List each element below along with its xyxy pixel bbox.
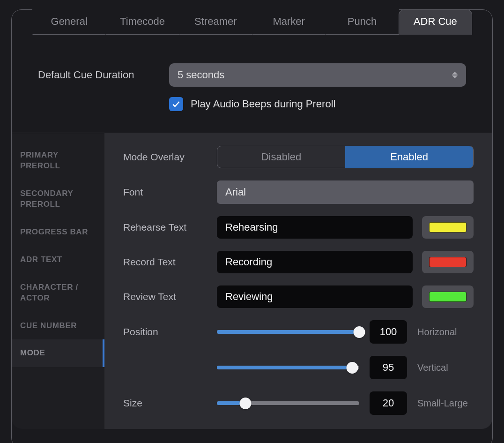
position-vertical-axis-label: Vertical xyxy=(417,362,474,373)
rehearse-color-swatch[interactable] xyxy=(422,216,474,239)
size-label: Size xyxy=(123,398,217,409)
default-cue-duration-value: 5 seconds xyxy=(178,69,224,81)
size-axis-label: Small-Large xyxy=(417,398,474,409)
sidebar-item-mode[interactable]: MODE xyxy=(12,339,104,367)
rehearse-text-input[interactable] xyxy=(217,216,413,239)
position-vertical-value[interactable]: 95 xyxy=(370,356,407,379)
mode-overlay-disabled-button[interactable]: Disabled xyxy=(217,146,345,168)
default-cue-duration-label: Default Cue Duration xyxy=(38,69,169,81)
sidebar-item-character-actor[interactable]: CHARACTER / ACTOR xyxy=(12,274,104,312)
mode-overlay-segmented: Disabled Enabled xyxy=(217,146,474,168)
font-value: Arial xyxy=(225,186,246,198)
play-beeps-label: Play Audio Beeps during Preroll xyxy=(191,98,335,110)
record-text-label: Record Text xyxy=(123,256,217,268)
record-text-input[interactable] xyxy=(217,251,413,273)
mode-overlay-label: Mode Overlay xyxy=(123,151,217,163)
review-text-label: Review Text xyxy=(123,291,217,302)
tab-streamer[interactable]: Streamer xyxy=(179,9,252,35)
mode-overlay-enabled-button[interactable]: Enabled xyxy=(345,146,473,168)
play-beeps-checkbox[interactable] xyxy=(169,97,183,111)
position-horizontal-value[interactable]: 100 xyxy=(370,320,407,344)
position-label: Position xyxy=(123,326,217,338)
review-color xyxy=(429,292,467,302)
tab-strip: General Timecode Streamer Marker Punch A… xyxy=(32,9,472,35)
sidebar-item-progress-bar[interactable]: PROGRESS BAR xyxy=(12,218,104,246)
sidebar-item-secondary-preroll[interactable]: SECONDARY PREROLL xyxy=(12,180,104,218)
rehearse-text-label: Rehearse Text xyxy=(123,222,217,233)
record-color-swatch[interactable] xyxy=(422,251,474,273)
position-vertical-slider[interactable] xyxy=(217,361,359,374)
tab-marker[interactable]: Marker xyxy=(252,9,326,35)
review-color-swatch[interactable] xyxy=(422,285,474,308)
size-value[interactable]: 20 xyxy=(370,391,407,415)
sidebar-item-adr-text[interactable]: ADR TEXT xyxy=(12,246,104,274)
sidebar-item-cue-number[interactable]: CUE NUMBER xyxy=(12,312,104,340)
tab-punch[interactable]: Punch xyxy=(325,9,399,35)
position-horizontal-axis-label: Horizonal xyxy=(417,327,474,338)
font-select[interactable]: Arial xyxy=(217,180,474,204)
mode-settings-content: Mode Overlay Disabled Enabled Font Arial xyxy=(104,133,492,429)
sidebar-item-primary-preroll[interactable]: PRIMARY PREROLL xyxy=(12,142,104,180)
size-slider[interactable] xyxy=(217,397,359,410)
position-horizontal-slider[interactable] xyxy=(217,325,359,338)
tab-timecode[interactable]: Timecode xyxy=(105,9,179,35)
check-icon xyxy=(171,99,181,109)
font-label: Font xyxy=(123,187,217,198)
tab-adr-cue[interactable]: ADR Cue xyxy=(399,9,472,35)
record-color xyxy=(429,257,467,267)
default-cue-duration-select[interactable]: 5 seconds xyxy=(169,63,466,87)
select-spinner-icon xyxy=(452,72,458,78)
subtab-sidebar: PRIMARY PREROLL SECONDARY PREROLL PROGRE… xyxy=(12,133,104,429)
review-text-input[interactable] xyxy=(217,285,413,308)
tab-general[interactable]: General xyxy=(32,9,106,35)
rehearse-color xyxy=(429,222,467,233)
